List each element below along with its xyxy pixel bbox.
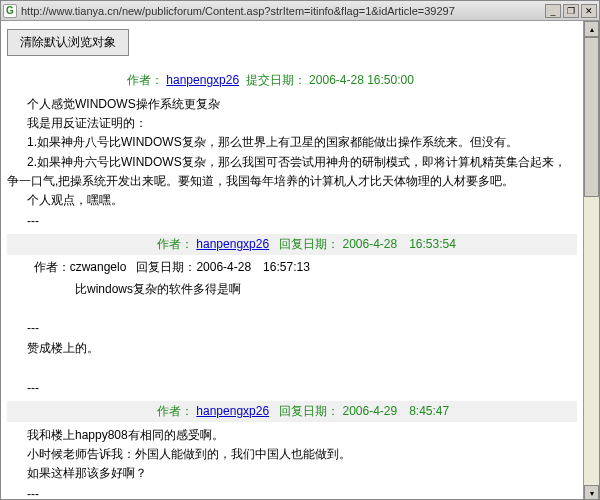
author-link[interactable]: hanpengxp26 (196, 237, 269, 251)
quoted-author-label: 作者： (34, 260, 70, 274)
content-area: 清除默认浏览对象 作者： hanpengxp26 提交日期： 2006-4-28… (1, 21, 583, 500)
close-button[interactable]: ✕ (581, 4, 597, 18)
reply-date: 2006-4-29 8:45:47 (342, 404, 449, 418)
scroll-track[interactable] (584, 37, 599, 485)
favicon: G (3, 4, 17, 18)
post-line: 争一口气,把操系统开发出来呢。要知道，我国每年培养的计算机人才比天体物理的人材要… (7, 172, 577, 191)
author-link[interactable]: hanpengxp26 (166, 73, 239, 87)
scroll-up-button[interactable]: ▴ (584, 21, 599, 37)
post-line: 我是用反证法证明的： (27, 114, 577, 133)
separator: --- (7, 381, 577, 395)
reply-date-label: 回复日期： (279, 237, 339, 251)
scroll-thumb[interactable] (584, 37, 599, 197)
reply-date-label: 回复日期： (279, 404, 339, 418)
reply-line: 我和楼上happy808有相同的感受啊。 (27, 426, 577, 445)
author-label: 作者： (127, 73, 163, 87)
reply-body: 我和楼上happy808有相同的感受啊。 小时候老师告诉我：外国人能做到的，我们… (7, 426, 577, 484)
separator: --- (7, 321, 577, 335)
quoted-author: czwangelo (70, 260, 127, 274)
post-header: 作者： hanpengxp26 提交日期： 2006-4-28 16:50:00 (7, 70, 577, 91)
quoted-date-label: 回复日期： (136, 260, 196, 274)
quoted-meta: 作者：czwangelo 回复日期：2006-4-28 16:57:13 (7, 259, 577, 276)
post-line: 个人感觉WINDOWS操作系统更复杂 (27, 95, 577, 114)
clear-default-button[interactable]: 清除默认浏览对象 (7, 29, 129, 56)
maximize-button[interactable]: ❐ (563, 4, 579, 18)
vertical-scrollbar[interactable]: ▴ ▾ (583, 21, 599, 500)
post-line: 2.如果神舟六号比WINDOWS复杂，那么我国可否尝试用神舟的研制模式，即将计算… (27, 153, 577, 172)
author-label: 作者： (157, 404, 193, 418)
reply-date: 2006-4-28 16:53:54 (342, 237, 455, 251)
post-line: 1.如果神舟八号比WINDOWS复杂，那么世界上有卫星的国家都能做出操作系统来。… (27, 133, 577, 152)
url-text: http://www.tianya.cn/new/publicforum/Con… (21, 5, 545, 17)
quoted-date: 2006-4-28 16:57:13 (196, 260, 309, 274)
post-line: 个人观点，嘿嘿。 (27, 191, 577, 210)
minimize-button[interactable]: _ (545, 4, 561, 18)
reply-line: 比windows复杂的软件多得是啊 (75, 280, 577, 299)
submit-date-label: 提交日期： (246, 73, 306, 87)
separator: --- (7, 487, 577, 500)
scroll-down-button[interactable]: ▾ (584, 485, 599, 500)
reply-line: 小时候老师告诉我：外国人能做到的，我们中国人也能做到。 (27, 445, 577, 464)
reply-header: 作者： hanpengxp26 回复日期： 2006-4-29 8:45:47 (7, 401, 577, 422)
author-link[interactable]: hanpengxp26 (196, 404, 269, 418)
post-body: 个人感觉WINDOWS操作系统更复杂 我是用反证法证明的： 1.如果神舟八号比W… (7, 95, 577, 210)
separator: --- (7, 214, 577, 228)
reply-body: 比windows复杂的软件多得是啊 (7, 280, 577, 299)
titlebar: G http://www.tianya.cn/new/publicforum/C… (1, 1, 599, 21)
reply-footer: 赞成楼上的。 (7, 339, 577, 358)
submit-date: 2006-4-28 16:50:00 (309, 73, 414, 87)
reply-header: 作者： hanpengxp26 回复日期： 2006-4-28 16:53:54 (7, 234, 577, 255)
author-label: 作者： (157, 237, 193, 251)
reply-line: 如果这样那该多好啊？ (27, 464, 577, 483)
window-controls: _ ❐ ✕ (545, 4, 597, 18)
